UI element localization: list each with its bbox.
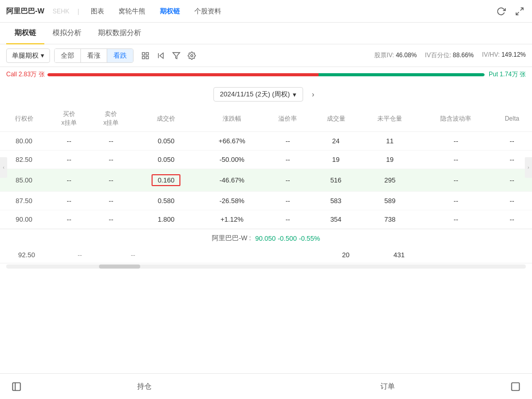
tab-positions[interactable]: 持仓 — [23, 374, 266, 400]
nav-item-options[interactable]: 期权链 — [157, 5, 183, 18]
premium-rate: -- — [264, 151, 312, 169]
ask-price: -- — [90, 210, 132, 229]
col-delta: Delta — [492, 106, 532, 132]
ask-price: -- — [90, 169, 132, 192]
strike-price: 80.00 — [0, 132, 48, 151]
stock-info-change: -0.500 — [278, 235, 297, 242]
partial-oi: 431 — [372, 251, 425, 259]
table-row[interactable]: 80.00 -- -- 0.050 +66.67% -- 24 11 -- -- — [0, 132, 532, 151]
bid-price: -- — [48, 151, 90, 169]
panel-icon[interactable] — [10, 380, 23, 393]
iv-hv-label: IV/HV: — [482, 51, 500, 58]
stock-info-change-pct: -0.55% — [299, 235, 320, 242]
expand-icon[interactable] — [509, 380, 522, 393]
table-container: ‹ › 行权价 买价x挂单 卖价x挂单 成交价 涨跌幅 溢价率 成交量 未平仓量… — [0, 106, 532, 229]
date-selector[interactable]: 2024/11/15 (2天) (周权) ▾ — [213, 87, 304, 102]
table-row[interactable]: 90.00 -- -- 1.800 +1.12% -- 354 738 -- -… — [0, 210, 532, 229]
volume: 516 — [312, 169, 360, 192]
stock-info-name: 阿里巴巴-W : — [212, 234, 251, 243]
svg-marker-6 — [160, 53, 163, 58]
bid-price: -- — [48, 132, 90, 151]
tab-options-chain[interactable]: 期权链 — [6, 23, 44, 44]
col-change: 涨跌幅 — [200, 106, 264, 132]
strike-price: 87.50 — [0, 192, 48, 210]
right-side-arrow[interactable]: › — [525, 157, 532, 178]
settings-icon[interactable] — [186, 50, 197, 61]
col-ask: 卖价x挂单 — [90, 106, 132, 132]
premium-rate: -- — [264, 169, 312, 192]
change-pct: +1.12% — [200, 210, 264, 229]
change-pct: -50.00% — [200, 151, 264, 169]
filter-bar: 单腿期权 ▾ 全部 看涨 看跌 — [0, 44, 532, 67]
iv-hv-group: IV/HV: 149.12% — [482, 51, 526, 60]
grid-icon[interactable] — [140, 50, 151, 61]
implied-vol: -- — [420, 169, 492, 192]
leg-dropdown[interactable]: 单腿期权 ▾ — [6, 48, 50, 63]
premium-rate: -- — [264, 132, 312, 151]
filter-icon[interactable] — [171, 50, 182, 61]
skip-icon[interactable] — [155, 50, 167, 61]
partial-volume: 20 — [319, 251, 372, 259]
stock-info-price: 90.050 — [255, 235, 276, 242]
nav-separator: | — [78, 8, 79, 15]
svg-rect-10 — [13, 383, 21, 390]
call-volume-bar — [47, 73, 319, 76]
date-next-arrow[interactable]: › — [307, 89, 319, 100]
open-interest: 295 — [360, 169, 420, 192]
nav-item-chart[interactable]: 图表 — [88, 5, 107, 18]
horizontal-scrollbar[interactable] — [6, 264, 526, 269]
open-interest: 589 — [360, 192, 420, 210]
strike-price: 90.00 — [0, 210, 48, 229]
tab-orders[interactable]: 订单 — [266, 374, 509, 400]
scrollbar-thumb[interactable] — [99, 264, 140, 269]
stock-iv-label: 股票IV: — [374, 52, 394, 59]
implied-vol: -- — [420, 151, 492, 169]
premium-rate: -- — [264, 210, 312, 229]
direction-filter-group: 全部 看涨 看跌 — [54, 48, 134, 63]
col-last: 成交价 — [132, 106, 200, 132]
stock-iv-value: 46.08% — [396, 52, 417, 59]
nav-divider: SEHK — [53, 8, 70, 15]
delta-val: -- — [492, 210, 532, 229]
delta-val: -- — [492, 192, 532, 210]
tab-simulation[interactable]: 模拟分析 — [44, 23, 90, 44]
col-iv: 隐含波动率 — [420, 106, 492, 132]
table-row[interactable]: 82.50 -- -- 0.050 -50.00% -- 19 19 -- -- — [0, 151, 532, 169]
volume: 583 — [312, 192, 360, 210]
stock-title: 阿里巴巴-W — [6, 7, 44, 16]
svg-rect-5 — [146, 56, 148, 59]
iv-percentile-label: IV百分位: — [425, 52, 451, 59]
col-strike: 行权价 — [0, 106, 48, 132]
filter-put[interactable]: 看跌 — [107, 49, 133, 62]
last-price-cell: 0.050 — [132, 151, 200, 169]
left-side-arrow[interactable]: ‹ — [0, 157, 7, 178]
nav-item-info[interactable]: 个股资料 — [191, 5, 224, 18]
ask-price: -- — [90, 132, 132, 151]
secondary-tabs: 期权链 模拟分析 期权数据分析 — [0, 23, 532, 44]
bid-price: -- — [48, 210, 90, 229]
implied-vol: -- — [420, 210, 492, 229]
last-price-cell: 0.580 — [132, 192, 200, 210]
bid-price: -- — [48, 169, 90, 192]
change-pct: -46.67% — [200, 169, 264, 192]
table-row[interactable]: 87.50 -- -- 0.580 -26.58% -- 583 589 -- … — [0, 192, 532, 210]
top-nav: 阿里巴巴-W SEHK | 图表 窝轮牛熊 期权链 个股资料 — [0, 0, 532, 23]
nav-item-warrant[interactable]: 窝轮牛熊 — [115, 5, 148, 18]
fullscreen-icon[interactable] — [513, 5, 526, 18]
date-row: 2024/11/15 (2天) (周权) ▾ › — [0, 82, 532, 106]
table-tools — [140, 50, 197, 61]
implied-vol: -- — [420, 192, 492, 210]
refresh-icon[interactable] — [495, 5, 507, 18]
change-pct: +66.67% — [200, 132, 264, 151]
volume-bar-container — [47, 73, 485, 76]
put-volume-bar — [319, 73, 485, 76]
filter-all[interactable]: 全部 — [55, 49, 81, 62]
filter-call[interactable]: 看涨 — [81, 49, 107, 62]
last-price-cell: 0.160 — [132, 169, 200, 192]
last-price-cell: 1.800 — [132, 210, 200, 229]
tab-data-analysis[interactable]: 期权数据分析 — [90, 23, 149, 44]
svg-rect-4 — [142, 56, 145, 59]
stock-info-bar: 阿里巴巴-W : 90.050 -0.500 -0.55% — [0, 229, 532, 247]
table-row[interactable]: 85.00 -- -- 0.160 -46.67% -- 516 295 -- … — [0, 169, 532, 192]
date-dropdown-arrow: ▾ — [293, 91, 296, 98]
